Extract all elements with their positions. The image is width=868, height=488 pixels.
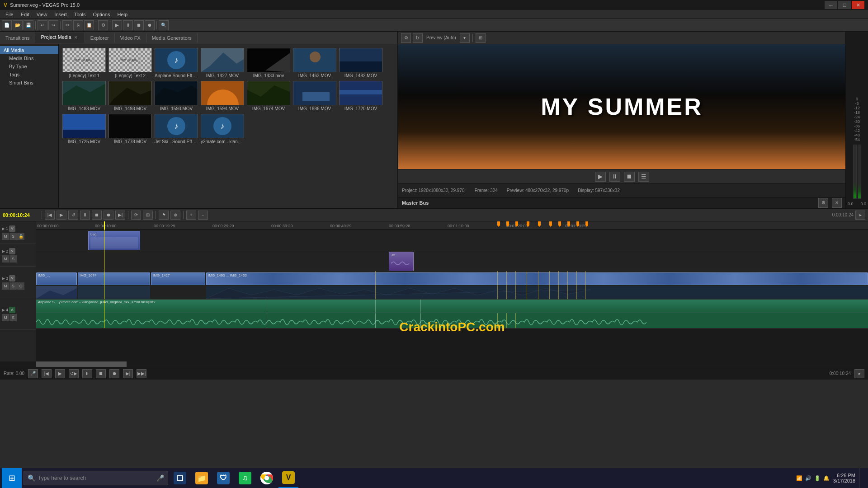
record-button[interactable]: ⏺ [145,20,155,30]
tl-record-button[interactable]: ⏺ [104,211,113,220]
master-settings-button[interactable]: ⚙ [818,198,828,208]
volume-icon[interactable]: 🔊 [805,475,811,481]
tab-video-fx[interactable]: Video FX [115,33,146,42]
to-end-btn[interactable]: ▶▶| [137,369,146,378]
loop-play-btn[interactable]: ↺▶ [69,369,79,378]
tl-loop-button[interactable]: ⟳ [131,211,141,220]
tab-transitions[interactable]: Transitions [0,33,35,42]
settings-button[interactable]: ⚙ [98,20,108,30]
maximize-button[interactable]: □ [838,1,851,9]
track-expand-3[interactable]: ▶ [2,276,5,281]
list-item[interactable]: IMG_1720.MOV [339,81,382,111]
list-item[interactable]: ♪ Jet Ski - Sound Effects.mp3 [155,114,198,144]
list-item[interactable]: ♪ Airplane Sound Effect.mp3 [155,48,198,78]
list-item[interactable]: IMG_1778.MOV [108,114,152,144]
track-clip-audio[interactable]: Airplane S... y2mate.com - klangande_jub… [36,300,868,313]
tl-next-button[interactable]: ▶| [115,211,125,220]
timeline-scrollbar[interactable] [0,361,868,367]
tree-smart-bins[interactable]: Smart Bins [0,79,58,87]
list-item[interactable]: IMG_1725.MOV [62,114,106,144]
track-clip-text[interactable]: Leg... [88,231,140,250]
tl-region-button[interactable]: ⊕ [170,211,180,220]
paste-button[interactable]: 📋 [84,20,94,30]
list-item[interactable]: IMG_1493.MOV [108,81,152,111]
tl-end-button[interactable]: ▸ [855,211,865,220]
tl-zoom-in-button[interactable]: + [186,211,196,220]
preview-list-button[interactable]: ☰ [638,172,649,182]
zoom-button[interactable]: 🔍 [159,20,169,30]
track-mute-1[interactable]: M [2,233,9,240]
tab-media-generators[interactable]: Media Generators [146,33,198,42]
tl-zoom-out-button[interactable]: - [198,211,208,220]
track-clip-v2[interactable]: IMG_1674 [78,272,150,285]
menu-insert[interactable]: Insert [51,11,71,18]
pause-btn[interactable]: ⏸ [82,369,92,378]
track-solo-4[interactable]: S [9,314,17,321]
tl-snapping-button[interactable]: ⊞ [143,211,153,220]
set-end-button[interactable]: ▸ [854,369,864,378]
tree-all-media[interactable]: All Media [0,46,58,54]
preview-fx-button[interactable]: fx [413,33,423,43]
track-comp-3[interactable]: C [17,282,24,290]
track-solo-1[interactable]: S [9,233,17,240]
tl-prev-button[interactable]: |◀ [45,211,55,220]
scrollbar-thumb[interactable] [36,361,127,367]
track-expand-1[interactable]: ▶ [2,226,5,231]
taskbar-chrome[interactable] [257,468,277,488]
track-clip-v3[interactable]: IMG_1427 [151,272,205,285]
preview-play-button[interactable]: ▶ [595,172,606,182]
track-mute-4[interactable]: M [2,314,9,321]
stop-button[interactable]: ⏹ [134,20,144,30]
undo-button[interactable]: ↩ [38,20,47,30]
taskbar-security[interactable]: 🛡 [213,468,233,488]
menu-edit[interactable]: Edit [17,11,33,18]
list-item[interactable]: IMG_1463.MOV [293,48,336,78]
tab-explorer[interactable]: Explorer [85,33,115,42]
menu-file[interactable]: File [2,11,17,18]
new-button[interactable]: 📄 [2,20,12,30]
menu-tools[interactable]: Tools [71,11,90,18]
mic-button[interactable]: 🎤 [28,369,38,378]
track-mute-2[interactable]: M [2,255,9,263]
minimize-button[interactable]: ─ [825,1,837,9]
network-icon[interactable]: 📶 [796,475,802,481]
list-item[interactable]: MY SUM... (Legacy) Text 2 [108,48,152,78]
close-tab-button[interactable]: ✕ [73,34,79,41]
track-solo-3[interactable]: S [9,282,17,290]
split-view-button[interactable]: ⊞ [476,33,486,43]
tl-stop-button[interactable]: ⏹ [92,211,102,220]
tree-media-bins[interactable]: Media Bins [0,54,58,62]
list-item[interactable]: IMG_1433.mov [247,48,290,78]
search-box[interactable]: 🔍 Type here to search 🎤 [24,471,168,485]
list-item[interactable]: IMG_1427.MOV [201,48,244,78]
record-btn[interactable]: ⏺ [109,369,119,378]
menu-options[interactable]: Options [90,11,114,18]
preview-settings-button[interactable]: ⚙ [401,33,411,43]
tree-by-type[interactable]: By Type [0,62,58,70]
menu-help[interactable]: Help [113,11,131,18]
redo-button[interactable]: ↪ [48,20,58,30]
close-button[interactable]: ✕ [852,1,864,9]
preview-stop-button[interactable]: ⏹ [624,172,635,182]
track-clip-v1[interactable]: IMG_... [36,272,77,285]
taskbar-spotify[interactable]: ♫ [235,468,255,488]
list-item[interactable]: IMG_1482.MOV [339,48,382,78]
prev-frame-button[interactable]: |◀ [42,369,52,378]
next-frame-btn[interactable]: ▶| [123,369,133,378]
tl-pause-button[interactable]: ⏸ [80,211,90,220]
save-button[interactable]: 💾 [24,20,33,30]
stop-btn[interactable]: ⏹ [96,369,106,378]
battery-icon[interactable]: 🔋 [814,475,821,481]
track-expand-4[interactable]: ▶ [2,308,5,312]
tl-marker-button[interactable]: ⚑ [159,211,169,220]
notification-icon[interactable]: 🔔 [823,475,830,481]
list-item[interactable]: IMG_1674.MOV [247,81,290,111]
taskbar-task-view[interactable]: ❑ [170,468,190,488]
list-item[interactable]: MY SUM... (Legacy) Text 1 [62,48,106,78]
list-item[interactable]: ♪ y2mate.com - klangande_jubel_origin... [201,114,244,144]
menu-view[interactable]: View [33,11,51,18]
track-expand-2[interactable]: ▶ [2,249,5,253]
show-desktop-button[interactable] [859,468,863,488]
list-item[interactable]: IMG_1594.MOV [201,81,244,111]
preview-pause-button[interactable]: ⏸ [609,172,620,182]
